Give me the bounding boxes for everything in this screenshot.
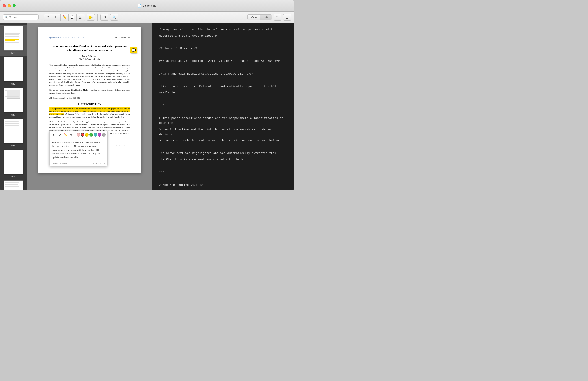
title-bar: 📄 dcident-qe xyxy=(0,0,294,12)
color-option-teal[interactable] xyxy=(94,133,97,136)
sticky-note-icon[interactable]: 💬 xyxy=(130,47,137,53)
pdf-affiliation: The Ohio State University xyxy=(49,58,130,60)
pdf-view[interactable]: 💬 Quantitative Economics 5 (2014), 531–5… xyxy=(27,23,152,190)
md-line-11: available. xyxy=(159,90,287,95)
refresh-button[interactable]: ↻ xyxy=(100,14,108,20)
md-line-4: ## Jason R. Blevins ## xyxy=(159,46,287,51)
journal-name: Quantitative Economics 5 (2014), 531–554 xyxy=(49,36,84,38)
color-option-pink[interactable] xyxy=(77,133,80,136)
markdown-view[interactable]: # Nonparametric identification of dynami… xyxy=(152,23,294,190)
md-line-6: ### Quantitative Economics, 2014, Volume… xyxy=(159,59,287,64)
md-line-19: The above text was highlighted and was a… xyxy=(159,151,287,156)
thumbnail-534[interactable]: 534 xyxy=(0,117,27,148)
color-option-purple[interactable] xyxy=(98,133,101,136)
view-button[interactable]: View xyxy=(248,15,260,20)
annotation-footer: Jason R. Blevins 6/10/2015, 11:52 xyxy=(49,161,107,166)
md-line-13: *** xyxy=(159,103,287,108)
search-box[interactable]: 🔍 xyxy=(3,14,39,20)
md-line-18 xyxy=(159,145,287,150)
pdf-keywords: Keywords. Nonparametric identification, … xyxy=(49,89,130,95)
color-option-green[interactable] xyxy=(89,133,93,136)
annotation-author: Jason R. Blevins xyxy=(52,162,67,165)
thumbnail-531[interactable]: 531 xyxy=(0,25,27,56)
md-line-24: > <del>respectively</del> xyxy=(159,183,287,188)
thumbnail-535-label: 535 xyxy=(11,175,16,178)
md-line-12 xyxy=(159,96,287,101)
md-line-23 xyxy=(159,176,287,181)
md-line-14 xyxy=(159,110,287,114)
annotation-popup: S U ✏️ 🗑 This is a comment associated xyxy=(49,131,107,166)
pdf-header: Quantitative Economics 5 (2014), 531–554… xyxy=(49,36,130,40)
annotation-tools-group: S U ✏️ 💬 🖼 xyxy=(44,14,85,21)
md-line-5 xyxy=(159,52,287,57)
annot-delete-btn[interactable]: 🗑 xyxy=(69,132,74,137)
thumbnail-img-536 xyxy=(4,180,23,190)
thumbnail-img-531 xyxy=(4,26,23,51)
md-line-9 xyxy=(159,78,287,83)
pdf-body-intro: This paper establishes conditions for no… xyxy=(49,107,130,119)
md-line-16: > payoff function and the distribution o… xyxy=(159,127,287,137)
print-button[interactable]: 🖨 xyxy=(283,14,291,20)
thumbnail-img-535 xyxy=(4,150,23,174)
main-window: 📄 dcident-qe 🔍 S U ✏️ 💬 🖼 ▾ ↻ 🔍 View xyxy=(0,0,294,190)
maximize-button[interactable] xyxy=(13,4,16,7)
md-line-22: *** xyxy=(159,170,287,175)
strikethrough-button[interactable]: S xyxy=(44,14,52,20)
md-line-21 xyxy=(159,163,287,168)
pdf-title: Nonparametric identification of dynamic … xyxy=(49,45,130,53)
comment-button[interactable]: 💬 xyxy=(69,14,77,20)
minimize-button[interactable] xyxy=(8,4,11,7)
pen-button[interactable]: ✏️ xyxy=(61,14,69,20)
edit-button[interactable]: Edit xyxy=(260,15,272,20)
thumbnail-531-label: 531 xyxy=(11,52,16,54)
md-line-8: #### [Page 531](highlights://dcident-qe#… xyxy=(159,71,287,76)
pdf-section1-title: 1. Introduction xyxy=(49,103,130,105)
md-line-15: > This paper establishes conditions for … xyxy=(159,116,287,126)
traffic-lights xyxy=(3,4,16,7)
md-line-1: # Nonparametric identification of dynami… xyxy=(159,27,287,32)
pdf-jel: JEL Classification. C14, C23, C25, C51. xyxy=(49,97,130,100)
thumbnail-img-532 xyxy=(4,57,23,81)
toolbar-right: View Edit ⬆ ▾ 🖨 xyxy=(247,14,291,20)
annotation-toolbar: S U ✏️ 🗑 xyxy=(49,131,107,139)
thumbnail-533-label: 533 xyxy=(11,113,16,116)
underline-button[interactable]: U xyxy=(52,14,61,20)
view-edit-group: View Edit xyxy=(247,14,272,20)
thumbnail-536[interactable]: 536 xyxy=(0,179,27,190)
md-line-7 xyxy=(159,65,287,70)
color-option-yellow[interactable] xyxy=(85,133,88,136)
thumbnail-img-534 xyxy=(4,119,23,143)
search-icon: 🔍 xyxy=(5,16,8,19)
close-button[interactable] xyxy=(3,4,6,7)
journal-issn: 1759-7331/20140531 xyxy=(113,36,130,38)
pdf-author: Jason R. Blevins xyxy=(49,55,130,57)
thumbnail-sidebar: 531 xyxy=(0,23,27,190)
thumbnail-534-label: 534 xyxy=(11,144,16,147)
find-button[interactable]: 🔍 xyxy=(110,14,118,20)
color-option-red[interactable] xyxy=(81,133,84,136)
thumbnail-535[interactable]: 535 xyxy=(0,148,27,179)
thumbnail-532[interactable]: 532 xyxy=(0,56,27,86)
annotation-date: 6/10/2015, 11:52 xyxy=(90,162,105,165)
main-content: 531 xyxy=(0,23,294,190)
annot-underline-btn[interactable]: U xyxy=(57,132,62,137)
window-title: 📄 dcident-qe xyxy=(138,4,156,8)
pdf-page: 💬 Quantitative Economics 5 (2014), 531–5… xyxy=(38,27,141,173)
toolbar-separator-1 xyxy=(41,14,42,20)
annot-strikethrough-btn[interactable]: S xyxy=(51,132,56,137)
image-button[interactable]: 🖼 xyxy=(77,14,85,20)
thumbnail-img-533 xyxy=(4,88,23,112)
md-line-3 xyxy=(159,40,287,45)
pdf-abstract: This paper establishes conditions for no… xyxy=(49,64,130,86)
color-picker-button[interactable]: ▾ xyxy=(87,14,95,20)
annot-pen-btn[interactable]: ✏️ xyxy=(63,132,68,137)
color-option-gray[interactable] xyxy=(102,133,105,136)
share-button[interactable]: ⬆ ▾ xyxy=(273,14,281,20)
md-line-17: > processes in which agents make both di… xyxy=(159,138,287,143)
thumbnail-533[interactable]: 533 xyxy=(0,86,27,117)
md-line-10: This is a sticky note. Metadata is autom… xyxy=(159,84,287,89)
pdf-icon: 📄 xyxy=(138,4,141,8)
search-input[interactable] xyxy=(9,16,36,19)
annotation-text[interactable]: This is a comment associated with the st… xyxy=(49,139,107,161)
md-line-25 xyxy=(159,189,287,190)
